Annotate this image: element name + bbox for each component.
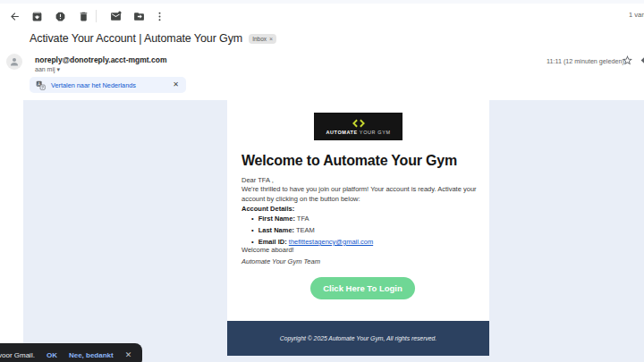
toast-dismiss-button[interactable]: Nee, bedankt — [69, 351, 114, 359]
list-item-last-name: Last Name: TEAM — [251, 226, 373, 234]
brand-logo: AUTOMATE YOUR GYM — [314, 113, 402, 140]
account-details-title: Account Details: — [242, 205, 294, 213]
toast-close-icon[interactable]: ✕ — [125, 350, 132, 359]
archive-icon[interactable] — [30, 9, 44, 23]
more-options-icon[interactable] — [152, 9, 166, 23]
email-intro-paragraph: We're thrilled to have you join our plat… — [242, 185, 478, 204]
email-timestamp: 11:11 (12 minuten geleden) — [547, 57, 618, 65]
inbox-label-badge[interactable]: Inbox × — [249, 34, 276, 44]
report-spam-icon[interactable] — [53, 9, 67, 23]
list-item-first-name: First Name: TFA — [251, 215, 373, 223]
email-footer: Copyright © 2025 Automate Your Gym, All … — [227, 321, 489, 356]
sender-email: noreply@donotreply.acct-mgmt.com — [35, 55, 166, 64]
subject-row: Activate Your Account | Automate Your Gy… — [30, 32, 276, 45]
delete-icon[interactable] — [76, 9, 90, 23]
email-greeting: Dear TFA , — [242, 176, 274, 184]
email-heading: Welcome to Automate Your Gym — [242, 153, 479, 169]
reply-icon[interactable] — [640, 54, 644, 65]
chevron-down-icon: ▾ — [57, 66, 61, 72]
top-strip — [0, 0, 644, 4]
code-brackets-icon — [352, 119, 366, 128]
inbox-label-text: Inbox — [252, 36, 267, 42]
list-item-email-id: Email ID: thefittestagency@gmail.com — [251, 238, 373, 246]
account-details-list: First Name: TFA Last Name: TEAM Email ID… — [251, 215, 373, 249]
move-to-icon[interactable] — [131, 9, 146, 23]
translate-close-icon[interactable]: ✕ — [173, 81, 179, 88]
recipient-dropdown[interactable]: aan mij ▾ — [35, 66, 60, 73]
translate-bar: A Vertalen naar het Nederlands ✕ — [30, 77, 186, 93]
translate-icon: A — [36, 80, 46, 90]
translate-link[interactable]: Vertalen naar het Nederlands — [51, 81, 136, 89]
login-button[interactable]: Click Here To Login — [310, 277, 415, 299]
brand-logo-text: AUTOMATE YOUR GYM — [326, 130, 390, 135]
person-icon — [9, 56, 20, 67]
gmail-email-view: 1 van 4 Activate Your Account | Automate… — [0, 0, 644, 362]
email-signature: Automate Your Gym Team — [242, 257, 320, 265]
pagination-counter: 1 van 4 — [629, 11, 644, 19]
email-id-link[interactable]: thefittestagency@gmail.com — [289, 238, 373, 246]
welcome-aboard-text: Welcome aboard! — [242, 246, 294, 254]
back-icon[interactable] — [7, 9, 21, 23]
star-icon[interactable] — [622, 54, 633, 65]
toolbar-divider — [96, 10, 97, 22]
toast-message: voor Gmail. — [0, 351, 35, 359]
toast-ok-button[interactable]: OK — [47, 351, 57, 359]
sender-avatar — [6, 54, 22, 70]
inbox-label-remove-icon[interactable]: × — [269, 36, 273, 42]
recipient-label: aan mij — [35, 66, 55, 72]
gmail-notification-toast: voor Gmail. OK Nee, bedankt ✕ — [0, 343, 142, 362]
mark-unread-icon[interactable] — [108, 9, 123, 23]
copyright-text: Copyright © 2025 Automate Your Gym, All … — [280, 335, 437, 341]
email-subject: Activate Your Account | Automate Your Gy… — [30, 32, 242, 45]
